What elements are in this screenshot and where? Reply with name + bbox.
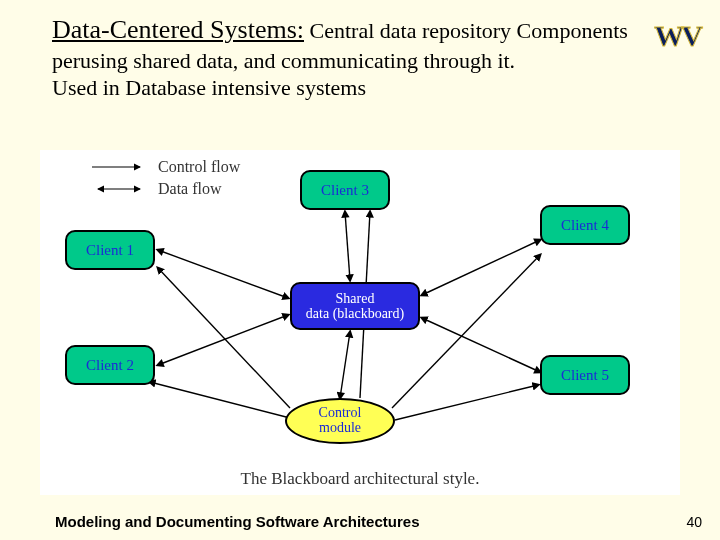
logo-text: WV bbox=[654, 19, 700, 53]
shared-label: Shared data (blackboard) bbox=[306, 291, 404, 322]
node-client-1: Client 1 bbox=[65, 230, 155, 270]
page-number: 40 bbox=[686, 514, 702, 530]
svg-line-6 bbox=[422, 318, 540, 372]
title-block: Data-Centered Systems: Central data repo… bbox=[0, 0, 720, 102]
node-client-4: Client 4 bbox=[540, 205, 630, 245]
svg-line-11 bbox=[392, 255, 540, 408]
legend: Control flow Data flow bbox=[90, 158, 240, 202]
client1-label: Client 1 bbox=[86, 242, 134, 259]
diagram-area: Control flow Data flow bbox=[40, 150, 680, 495]
node-shared-data: Shared data (blackboard) bbox=[290, 282, 420, 330]
node-control-module: Control module bbox=[285, 398, 395, 444]
node-client-5: Client 5 bbox=[540, 355, 630, 395]
arrow-icon bbox=[90, 160, 148, 174]
legend-control-row: Control flow bbox=[90, 158, 240, 176]
svg-line-7 bbox=[340, 332, 350, 398]
control-label: Control module bbox=[319, 406, 362, 435]
client5-label: Client 5 bbox=[561, 367, 609, 384]
legend-control-label: Control flow bbox=[158, 158, 240, 176]
svg-line-4 bbox=[345, 212, 350, 280]
svg-line-9 bbox=[158, 268, 290, 408]
client4-label: Client 4 bbox=[561, 217, 609, 234]
double-arrow-icon bbox=[90, 182, 148, 196]
title-lead: Data-Centered Systems: bbox=[52, 15, 304, 44]
title-line3: Used in Database intensive systems bbox=[52, 75, 366, 100]
svg-line-3 bbox=[158, 315, 288, 365]
university-logo: WV bbox=[620, 8, 700, 63]
footer-text: Modeling and Documenting Software Archit… bbox=[55, 513, 419, 530]
client2-label: Client 2 bbox=[86, 357, 134, 374]
svg-line-2 bbox=[158, 250, 288, 298]
diagram-caption: The Blackboard architectural style. bbox=[40, 469, 680, 489]
svg-line-8 bbox=[150, 382, 290, 418]
legend-data-row: Data flow bbox=[90, 180, 240, 198]
legend-data-label: Data flow bbox=[158, 180, 222, 198]
client3-label: Client 3 bbox=[321, 182, 369, 199]
node-client-2: Client 2 bbox=[65, 345, 155, 385]
node-client-3: Client 3 bbox=[300, 170, 390, 210]
svg-line-12 bbox=[395, 385, 538, 420]
svg-line-5 bbox=[422, 240, 540, 295]
